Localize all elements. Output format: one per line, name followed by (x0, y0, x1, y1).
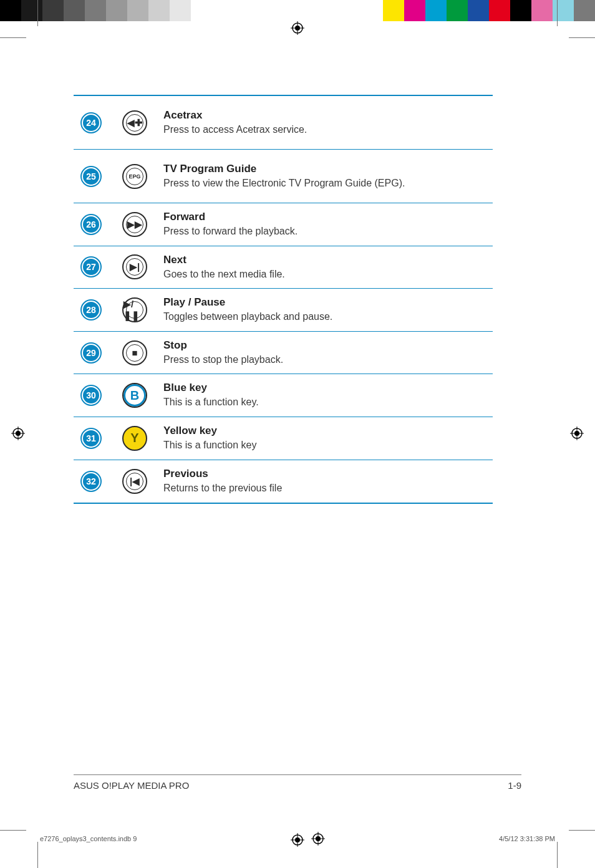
row-description: Press to forward the playback. (163, 224, 490, 238)
icon-glyph: |◀ (130, 476, 140, 487)
page-content: 24◀✚AcetraxPress to access Acetrax servi… (40, 40, 555, 828)
row-text-cell: NextGoes to the next media file. (161, 246, 493, 289)
row-text-cell: PreviousReturns to the previous file (161, 460, 493, 503)
color-swatch (21, 0, 42, 21)
trim-mark (0, 830, 26, 831)
trim-mark (557, 0, 558, 26)
row-text-cell: ForwardPress to forward the playback. (161, 203, 493, 246)
registration-mark-icon (11, 427, 25, 440)
color-swatch (574, 0, 595, 21)
print-metadata: e7276_oplays3_contents.indb 9 4/5/12 3:3… (40, 832, 555, 846)
table-row: 27▶|NextGoes to the next media file. (74, 246, 493, 289)
color-swatch (510, 0, 531, 21)
color-swatch (64, 0, 85, 21)
previous-icon: |◀ (122, 469, 147, 494)
row-description: Press to access Acetrax service. (163, 123, 490, 137)
row-text-cell: Yellow keyThis is a function key (161, 417, 493, 460)
row-number-cell: 24 (74, 113, 109, 132)
row-text-cell: AcetraxPress to access Acetrax service. (161, 102, 493, 144)
row-number-badge: 29 (82, 344, 100, 362)
color-swatch (0, 0, 21, 21)
color-swatch (404, 0, 425, 21)
registration-mark-icon (311, 832, 325, 846)
row-description: Goes to the next media file. (163, 268, 490, 281)
row-icon-cell: B (117, 383, 152, 408)
row-title: Acetrax (163, 109, 490, 122)
row-title: Yellow key (163, 425, 490, 437)
trim-mark (569, 37, 595, 38)
table-row: 29■StopPress to stop the playback. (74, 332, 493, 375)
row-text-cell: TV Program Guide Press to view the Elect… (161, 155, 493, 198)
row-title: TV Program Guide (163, 163, 490, 175)
color-swatch (85, 0, 106, 21)
table-row: 26▶▶ForwardPress to forward the playback… (74, 203, 493, 246)
row-title: Stop (163, 339, 490, 352)
row-text-cell: StopPress to stop the playback. (161, 332, 493, 374)
row-number-cell: 32 (74, 472, 109, 491)
color-swatch (383, 0, 404, 21)
row-number-badge: 32 (82, 472, 100, 491)
color-swatch (447, 0, 468, 21)
row-description: Returns to the previous file (163, 481, 490, 495)
color-swatch (489, 0, 510, 21)
icon-glyph: ▶| (130, 261, 140, 272)
printer-colorbar-left (0, 0, 212, 21)
row-text-cell: Blue keyThis is a function key. (161, 374, 493, 417)
color-swatch (42, 0, 64, 21)
table-row: 24◀✚AcetraxPress to access Acetrax servi… (74, 96, 493, 150)
icon-glyph: ■ (132, 347, 137, 358)
trim-mark (557, 842, 558, 868)
color-swatch (468, 0, 489, 21)
icon-glyph: B (130, 388, 139, 403)
footer-page-number: 1-9 (508, 780, 521, 791)
row-number-badge: 30 (82, 386, 100, 405)
row-icon-cell: ▶▶ (117, 212, 152, 237)
row-number-cell: 31 (74, 429, 109, 448)
epg-icon: EPG (122, 164, 147, 189)
row-title: Forward (163, 211, 490, 223)
row-description: Toggles between playback and pause. (163, 310, 490, 324)
row-icon-cell: ▶/❚❚ (117, 297, 152, 322)
row-number-cell: 27 (74, 258, 109, 276)
table-row: 30BBlue keyThis is a function key. (74, 374, 493, 417)
svg-point-11 (16, 431, 21, 436)
table-row: 25EPGTV Program Guide Press to view the … (74, 150, 493, 203)
color-swatch (148, 0, 170, 21)
row-text-cell: Play / PauseToggles between playback and… (161, 289, 493, 331)
color-swatch (191, 0, 212, 21)
row-number-cell: 30 (74, 386, 109, 405)
row-title: Next (163, 254, 490, 266)
row-number-badge: 25 (82, 167, 100, 186)
icon-glyph: ▶/❚❚ (123, 299, 146, 321)
row-number-cell: 25 (74, 167, 109, 186)
row-description: This is a function key. (163, 395, 490, 409)
row-title: Play / Pause (163, 296, 490, 309)
row-number-cell: 29 (74, 344, 109, 362)
footer-product-name: ASUS O!PLAY MEDIA PRO (74, 780, 189, 791)
row-number-badge: 27 (82, 258, 100, 276)
row-number-badge: 26 (82, 215, 100, 234)
row-number-badge: 24 (82, 113, 100, 132)
row-icon-cell: |◀ (117, 469, 152, 494)
color-swatch (425, 0, 447, 21)
next-icon: ▶| (122, 254, 147, 279)
row-icon-cell: Y (117, 426, 152, 451)
registration-mark-icon (570, 427, 584, 440)
row-number-cell: 26 (74, 215, 109, 234)
row-title: Previous (163, 468, 490, 480)
row-description: This is a function key (163, 438, 490, 452)
stop-icon: ■ (122, 340, 147, 365)
registration-mark-icon (291, 21, 304, 35)
color-swatch (531, 0, 553, 21)
trim-mark (37, 842, 38, 868)
blue-key-icon: B (122, 383, 147, 408)
row-icon-cell: ■ (117, 340, 152, 365)
icon-glyph: ▶▶ (127, 219, 142, 230)
row-description: Press to stop the playback. (163, 353, 490, 367)
print-file-label: e7276_oplays3_contents.indb 9 (40, 835, 137, 842)
row-icon-cell: ◀✚ (117, 110, 152, 135)
trim-mark (37, 0, 38, 26)
row-number-badge: 31 (82, 429, 100, 448)
printer-colorbar-right (362, 0, 595, 21)
color-swatch (362, 0, 383, 21)
